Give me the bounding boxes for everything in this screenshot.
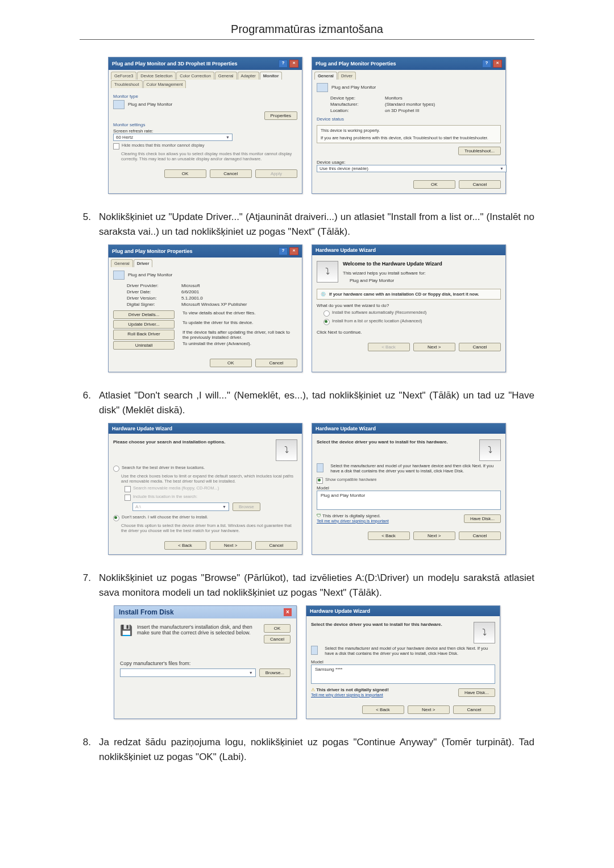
tab-driver[interactable]: Driver — [338, 72, 356, 80]
version-value: 5.1.2001.0 — [181, 296, 203, 301]
have-disk-button[interactable]: Have Disk... — [458, 688, 495, 697]
cancel-button[interactable]: Cancel — [459, 531, 501, 540]
tab-color-correction[interactable]: Color Correction — [176, 72, 214, 80]
warning-icon: ⚠ — [311, 687, 315, 692]
tab-monitor[interactable]: Monitor — [260, 72, 283, 80]
wizard-heading: Select the device driver you want to ins… — [317, 439, 475, 445]
step-number: 8. — [80, 735, 91, 764]
radio-list[interactable] — [323, 319, 330, 325]
cancel-button[interactable]: Cancel — [264, 635, 291, 643]
ok-button[interactable]: OK — [264, 624, 291, 633]
radio-dontsearch[interactable] — [113, 515, 119, 521]
ok-button[interactable]: OK — [164, 169, 206, 178]
step-8: 8. Ja redzat šādu paziņojuma logu, nokli… — [80, 735, 534, 764]
window-title: Plug and Play Monitor Properties — [316, 61, 396, 67]
cancel-button[interactable]: Cancel — [459, 343, 501, 351]
screenshot-row-2: Plug and Play Monitor Properties ?× Gene… — [80, 244, 534, 372]
properties-window-b: Plug and Play Monitor Properties ?× Gene… — [312, 57, 506, 194]
close-icon[interactable]: × — [289, 60, 298, 68]
monitor-icon — [311, 646, 318, 655]
help-icon[interactable]: ? — [279, 247, 288, 255]
next-button[interactable]: Next > — [408, 705, 450, 714]
tab-device-selection[interactable]: Device Selection — [137, 72, 176, 80]
tab-general[interactable]: General — [314, 72, 337, 80]
rollback-driver-button[interactable]: Roll Back Driver — [113, 330, 175, 340]
tab-adapter[interactable]: Adapter — [238, 72, 259, 80]
compat-checkbox[interactable] — [317, 477, 323, 484]
tab-geforce3[interactable]: GeForce3 — [111, 72, 136, 80]
step-7: 7. Noklikšķiniet uz pogas "Browse" (Pārl… — [80, 571, 534, 600]
driver-details-button[interactable]: Driver Details... — [113, 310, 175, 319]
next-button[interactable]: Next > — [413, 531, 455, 540]
ok-button[interactable]: OK — [210, 359, 252, 367]
model-list[interactable]: Samsung **** — [311, 665, 495, 684]
update-driver-button[interactable]: Update Driver... — [113, 320, 175, 329]
chevron-down-icon: ▼ — [500, 167, 504, 171]
browse-button[interactable]: Browse... — [259, 668, 291, 677]
uninstall-button[interactable]: Uninstall — [113, 341, 175, 350]
rollback-driver-desc: If the device fails after updating the d… — [178, 330, 297, 340]
signing-link[interactable]: Tell me why driver signing is important — [311, 692, 383, 697]
close-icon[interactable]: × — [284, 608, 292, 616]
chevron-down-icon: ▼ — [249, 671, 253, 675]
shield-icon: 🛡 — [317, 513, 321, 518]
wizard-question: What do you want the wizard to do? — [317, 303, 501, 308]
close-icon[interactable]: × — [493, 60, 502, 68]
continue-text: Click Next to continue. — [317, 330, 501, 335]
step-text: Ja redzat šādu paziņojuma logu, noklikšķ… — [99, 735, 534, 764]
screenshot-row-4: Install From Disk× 💾 Insert the manufact… — [80, 605, 534, 719]
help-icon[interactable]: ? — [482, 60, 491, 68]
cancel-button[interactable]: Cancel — [255, 541, 297, 550]
radio-search[interactable] — [113, 466, 119, 472]
help-icon[interactable]: ? — [279, 60, 288, 68]
signing-link[interactable]: Tell me why driver signing is important — [317, 518, 389, 524]
install-from-disk-window: Install From Disk× 💾 Insert the manufact… — [114, 605, 297, 719]
compat-label: Show compatible hardware — [325, 477, 376, 482]
properties-button[interactable]: Properties — [264, 111, 297, 120]
location-value: on 3D Prophet III — [385, 108, 419, 113]
hide-modes-checkbox[interactable] — [113, 143, 119, 149]
tab-color-management[interactable]: Color Management — [143, 80, 186, 88]
wizard-icon: ⤵ — [479, 439, 501, 461]
cancel-button[interactable]: Cancel — [255, 359, 297, 367]
window-title: Hardware Update Wizard — [310, 608, 370, 614]
cancel-button[interactable]: Cancel — [459, 180, 501, 189]
cancel-button[interactable]: Cancel — [453, 705, 495, 714]
tab-driver[interactable]: Driver — [134, 259, 153, 267]
tab-general[interactable]: General — [111, 259, 133, 267]
screenshot-row-1: Plug and Play Monitor and 3D Prophet III… — [80, 57, 534, 194]
refresh-rate-select[interactable]: 60 Hertz▼ — [113, 134, 233, 141]
next-button[interactable]: Next > — [413, 343, 455, 351]
device-type-value: Monitors — [385, 95, 403, 101]
back-button[interactable]: < Back — [362, 705, 404, 714]
window-title: Hardware Update Wizard — [316, 426, 376, 431]
install-msg: Insert the manufacturer's installation d… — [137, 624, 259, 643]
tab-troubleshoot[interactable]: Troubleshoot — [111, 80, 143, 88]
window-title: Plug and Play Monitor Properties — [112, 248, 193, 254]
next-button[interactable]: Next > — [210, 541, 252, 550]
have-disk-button[interactable]: Have Disk... — [464, 514, 501, 523]
screenshot-row-3: Hardware Update Wizard Please choose you… — [80, 423, 534, 555]
model-label: Model — [311, 659, 495, 665]
step-6: 6. Atlasiet "Don't search ,I will..." (N… — [80, 388, 534, 417]
path-select[interactable]: ▼ — [120, 668, 256, 677]
back-button[interactable]: < Back — [164, 541, 206, 550]
wizard-device: Plug and Play Monitor — [350, 278, 442, 283]
model-list[interactable]: Plug and Play Monitor — [317, 491, 501, 510]
radio-dontsearch-label: Don't search. I will choose the driver t… — [122, 514, 208, 520]
ok-button[interactable]: OK — [413, 180, 455, 189]
radio-auto[interactable] — [323, 310, 330, 317]
close-icon[interactable]: × — [289, 247, 298, 255]
radio-auto-label: Install the software automatically (Reco… — [332, 310, 426, 315]
status-text: This device is working properly. — [321, 128, 497, 133]
radio-dontsearch-desc: Choose this option to select the device … — [121, 523, 297, 533]
back-button[interactable]: < Back — [368, 531, 410, 540]
wizard-heading: Please choose your search and installati… — [113, 439, 271, 445]
troubleshoot-button[interactable]: Troubleshoot... — [458, 147, 501, 155]
browse-button: Browse — [233, 502, 260, 511]
signed-text: This driver is digitally signed. — [322, 513, 380, 518]
cancel-button[interactable]: Cancel — [210, 169, 252, 178]
device-usage-select[interactable]: Use this device (enable)▼ — [317, 165, 507, 172]
tab-general[interactable]: General — [215, 72, 237, 80]
cd-hint: If your hardware came with an installati… — [329, 292, 479, 297]
